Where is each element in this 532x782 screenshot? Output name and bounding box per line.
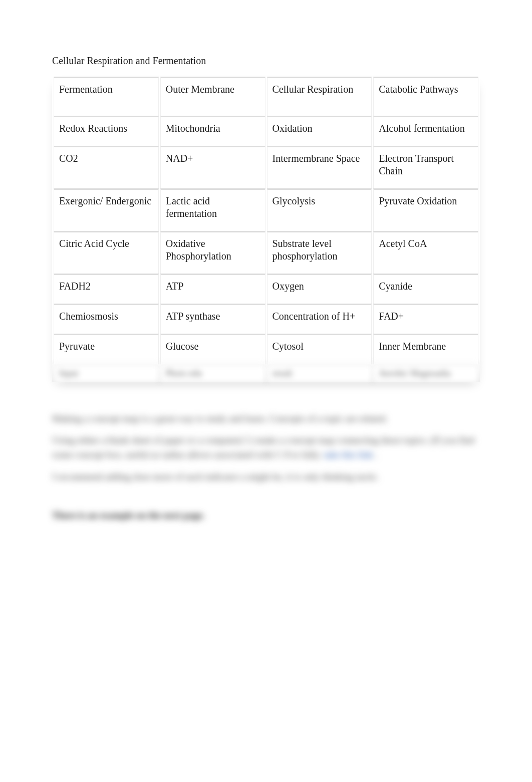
term-cell: Pyruvate Oxidation [373, 188, 478, 231]
term-cell-blurred: Input [54, 364, 159, 382]
term-cell: Oxygen [267, 274, 372, 304]
term-cell: Lactic acid fermentation [160, 188, 265, 231]
blurred-next-page-note: There is an example on the next page. [52, 510, 480, 521]
term-cell: Electron Transport Chain [373, 146, 478, 188]
term-cell: Chemiosmosis [54, 304, 159, 334]
blurred-text: Using either a blank sheet of paper or a… [52, 435, 474, 460]
table-row: FADH2 ATP Oxygen Cyanide [54, 274, 478, 304]
term-cell: Exergonic/ Endergonic [54, 188, 159, 231]
term-cell-blurred: result [267, 364, 372, 382]
term-cell: Concentration of H+ [267, 304, 372, 334]
blurred-link: take this link [324, 449, 373, 460]
term-cell-blurred: Photo edu [160, 364, 265, 382]
term-cell: Oxidation [267, 116, 372, 146]
blurred-paragraph: I recommend adding does more of each ind… [52, 469, 480, 484]
term-cell: FAD+ [373, 304, 478, 334]
table-row: Citric Acid Cycle Oxidative Phosphorylat… [54, 231, 478, 274]
blurred-paragraph: Using either a blank sheet of paper or a… [52, 433, 480, 462]
term-cell: Oxidative Phosphorylation [160, 231, 265, 274]
table-row: Pyruvate Glucose Cytosol Inner Membrane [54, 334, 478, 364]
term-cell: Alcohol fermentation [373, 116, 478, 146]
term-cell: CO2 [54, 146, 159, 188]
table-row: Fermentation Outer Membrane Cellular Res… [54, 77, 478, 116]
term-cell: Pyruvate [54, 334, 159, 364]
term-cell: NAD+ [160, 146, 265, 188]
page-title: Cellular Respiration and Fermentation [52, 55, 480, 67]
term-cell: Acetyl CoA [373, 231, 478, 274]
term-cell: Redox Reactions [54, 116, 159, 146]
term-cell: Cytosol [267, 334, 372, 364]
term-cell: Fermentation [54, 77, 159, 116]
term-cell: ATP [160, 274, 265, 304]
term-cell: Intermembrane Space [267, 146, 372, 188]
term-cell: Glycolysis [267, 188, 372, 231]
table-row: CO2 NAD+ Intermembrane Space Electron Tr… [54, 146, 478, 188]
term-cell: Cellular Respiration [267, 77, 372, 116]
term-cell: Mitochondria [160, 116, 265, 146]
blurred-text: . [373, 449, 378, 460]
term-cell: ATP synthase [160, 304, 265, 334]
term-cell-blurred: Aerobic Magnoadia [373, 364, 478, 382]
table-row: Redox Reactions Mitochondria Oxidation A… [54, 116, 478, 146]
term-cell: Cyanide [373, 274, 478, 304]
table-row-blurred: Input Photo edu result Aerobic Magnoadia [54, 364, 478, 382]
table-row: Chemiosmosis ATP synthase Concentration … [54, 304, 478, 334]
term-cell: Outer Membrane [160, 77, 265, 116]
term-cell: Inner Membrane [373, 334, 478, 364]
terms-table-container: Fermentation Outer Membrane Cellular Res… [52, 77, 480, 382]
term-cell: Substrate level phosphorylation [267, 231, 372, 274]
table-row: Exergonic/ Endergonic Lactic acid fermen… [54, 188, 478, 231]
term-cell: Citric Acid Cycle [54, 231, 159, 274]
blurred-paragraph: Making a concept map is a great way to s… [52, 411, 480, 426]
term-cell: Glucose [160, 334, 265, 364]
term-cell: Catabolic Pathways [373, 77, 478, 116]
terms-table: Fermentation Outer Membrane Cellular Res… [52, 77, 480, 382]
term-cell: FADH2 [54, 274, 159, 304]
